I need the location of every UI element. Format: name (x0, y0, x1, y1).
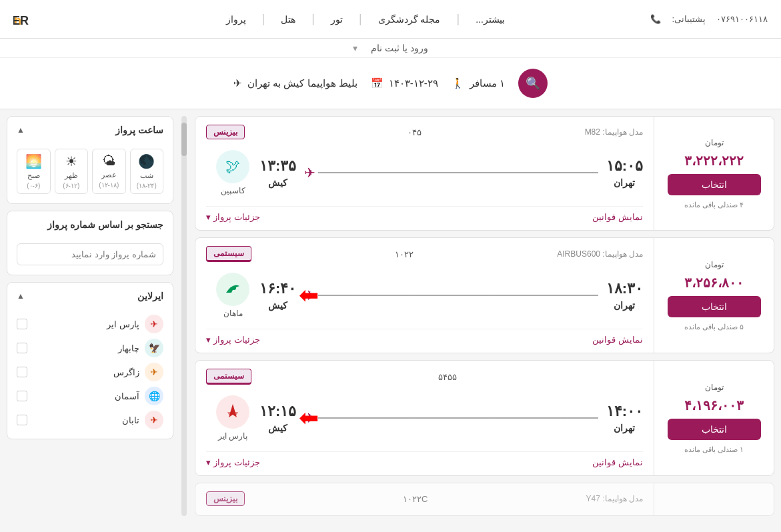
select-button[interactable]: انتخاب (668, 174, 761, 195)
nav-more[interactable]: بیشتر... (476, 14, 505, 25)
aseman-label: آسمان (115, 391, 139, 401)
dest-city: ۱۸:۳۰ تهران (606, 280, 643, 311)
details-label: جزئیات پرواز (213, 457, 260, 467)
pars-air-checkbox[interactable] (17, 319, 27, 329)
price-amount: ۳،۲۲۲،۲۲۲ (684, 153, 744, 169)
flight-badge: بیزینس (206, 491, 245, 506)
origin-name: کیش (268, 423, 287, 433)
nav-tour[interactable]: تور (331, 14, 343, 25)
price-amount: ۳،۲۵۶،۸۰۰ (684, 275, 744, 291)
airline-header[interactable]: ایرلاین ▲ (7, 283, 173, 309)
dest-name: تهران (614, 300, 635, 311)
origin-name: کیش (268, 177, 287, 188)
aircraft-model: مدل هواپیما: M82 (585, 127, 643, 137)
flight-price-col (654, 483, 774, 515)
airline-filter-item[interactable]: ✈ پارس ایر (17, 315, 163, 333)
origin-time: ۱۲:۱۵ (259, 403, 296, 420)
airline-filter-left: 🦅 چابهار (118, 339, 163, 357)
noon-range: (۶-۱۲) (63, 182, 79, 189)
flight-badge: بیزینس (206, 125, 245, 139)
airline-section: ایرلاین ▲ ✈ پارس ایر 🦅 چابهار (7, 282, 173, 439)
rules-button[interactable]: نمایش قوانین (592, 212, 643, 222)
select-button[interactable]: انتخاب (668, 419, 761, 440)
afternoon-range: (۱۲-۱۸) (99, 181, 119, 189)
nav-sep4: | (262, 12, 265, 26)
flight-time-title: ساعت پرواز (115, 125, 163, 135)
zagros-checkbox[interactable] (17, 367, 27, 377)
flight-top-row: بیزینس ۱۰۲۲C مدل هواپیما: Y47 (206, 491, 643, 506)
flight-times-grid: 🌑 شب (۱۸-۲۴) 🌤 عصر (۱۲-۱۸) ☀ ظهر (۶-۱۲) … (7, 143, 173, 203)
airline-filter-item[interactable]: ✈ تابان (17, 411, 163, 429)
chevron-down-icon: ▾ (206, 212, 211, 222)
select-button[interactable]: انتخاب (668, 296, 761, 317)
logo-svg: C h ARTER (13, 6, 80, 33)
night-range: (۱۸-۲۴) (137, 182, 157, 189)
chahbahar-label: چابهار (118, 343, 139, 353)
nav-sep2: | (359, 12, 362, 26)
plane-icon: ✈ (233, 77, 242, 89)
details-button[interactable]: جزئیات پرواز ▾ (206, 457, 260, 467)
airline-filter-item[interactable]: ✈ زاگرس (17, 363, 163, 381)
flight-badge: سیستمی (206, 246, 251, 262)
flight-info-col: بیزینس ۰۴۵ مدل هواپیما: M82 ۱۵:۰۵ تهران … (195, 117, 654, 230)
airline-filter-item[interactable]: 🦅 چابهار (17, 339, 163, 357)
search-date[interactable]: ۱۴۰۳-۱۲-۲۹ 📅 (371, 77, 438, 89)
flight-number-input[interactable] (17, 243, 163, 265)
flights-scrollbar[interactable] (181, 116, 187, 516)
flight-time-header[interactable]: ساعت پرواز ▲ (7, 117, 173, 143)
flight-number-header: جستجو بر اساس شماره پرواز (7, 211, 173, 238)
airline-logo: 🕊 (216, 150, 249, 183)
details-label: جزئیات پرواز (213, 212, 260, 222)
arrow-indicator: ⬅ (299, 406, 319, 430)
scrollbar-thumb (181, 123, 187, 156)
time-slot-afternoon[interactable]: 🌤 عصر (۱۲-۱۸) (92, 149, 126, 194)
chahbahar-logo: 🦅 (145, 339, 163, 357)
time-slot-night[interactable]: 🌑 شب (۱۸-۲۴) (130, 149, 164, 194)
header-actions: ۰۷۶۹۱۰۰۶۱۱۸ پشتیبانی: 📞 (650, 14, 768, 24)
nav-sep3: | (311, 12, 315, 26)
flight-route-row: ۱۸:۳۰ تهران ✈ ۱۶:۴۰ کیش (206, 267, 643, 323)
airline-filter-item[interactable]: 🌐 آسمان (17, 387, 163, 405)
line (318, 417, 598, 419)
chevron-down-icon: ▾ (206, 335, 211, 345)
flight-top-row: سیستمی ۵۴۵۵ (206, 369, 643, 385)
chevron-up-icon: ▲ (17, 125, 25, 135)
details-button[interactable]: جزئیات پرواز ▾ (206, 212, 260, 222)
nav-hotel[interactable]: هتل (281, 14, 295, 25)
origin-city: ۱۳:۳۵ کیش (259, 157, 296, 188)
header-logo[interactable]: C h ARTER (13, 6, 80, 33)
line (318, 295, 598, 296)
rules-button[interactable]: نمایش قوانین (592, 335, 643, 345)
price-amount: ۴،۱۹۶،۰۰۳ (684, 397, 744, 413)
date-value: ۱۴۰۳-۱۲-۲۹ (389, 77, 438, 89)
morning-range: (۰-۶) (27, 182, 40, 189)
support-label: پشتیبانی: (672, 14, 706, 24)
taban-checkbox[interactable] (17, 415, 27, 425)
zagros-logo: ✈ (145, 363, 163, 381)
chahbahar-checkbox[interactable] (17, 343, 27, 353)
sidebar: ساعت پرواز ▲ 🌑 شب (۱۸-۲۴) 🌤 عصر (۱۲-۱۸) … (0, 116, 180, 516)
dest-name: تهران (614, 177, 635, 188)
dest-time: ۱۴:۰۰ (606, 403, 643, 420)
nav-flight[interactable]: پرواز (226, 14, 246, 25)
arrow-indicator: ⬅ (299, 283, 319, 307)
line (318, 172, 598, 173)
details-button[interactable]: جزئیات پرواز ▾ (206, 335, 260, 345)
login-label[interactable]: ورود یا ثبت نام (371, 43, 428, 53)
flight-number: ۰۴۵ (408, 127, 422, 137)
rules-button[interactable]: نمایش قوانین (592, 457, 643, 467)
phone-icon: 📞 (650, 14, 661, 24)
aseman-checkbox[interactable] (17, 391, 27, 401)
origin-time: ۱۶:۴۰ (259, 280, 296, 297)
flight-badge: سیستمی (206, 369, 251, 385)
search-button[interactable]: 🔍 (518, 69, 548, 98)
morning-label: صبح (27, 171, 40, 180)
nav-magazine[interactable]: مجله گردشگری (378, 14, 441, 25)
time-slot-noon[interactable]: ☀ ظهر (۶-۱۲) (55, 149, 89, 194)
time-slot-morning[interactable]: 🌅 صبح (۰-۶) (17, 149, 51, 194)
flight-number: ۱۰۲۲C (403, 494, 428, 504)
flight-number: ۱۰۲۲ (395, 249, 414, 259)
taban-logo: ✈ (145, 411, 163, 429)
airline-col: ماهان (206, 273, 259, 318)
seats-left: ۱ صندلی باقی مانده (684, 445, 744, 454)
